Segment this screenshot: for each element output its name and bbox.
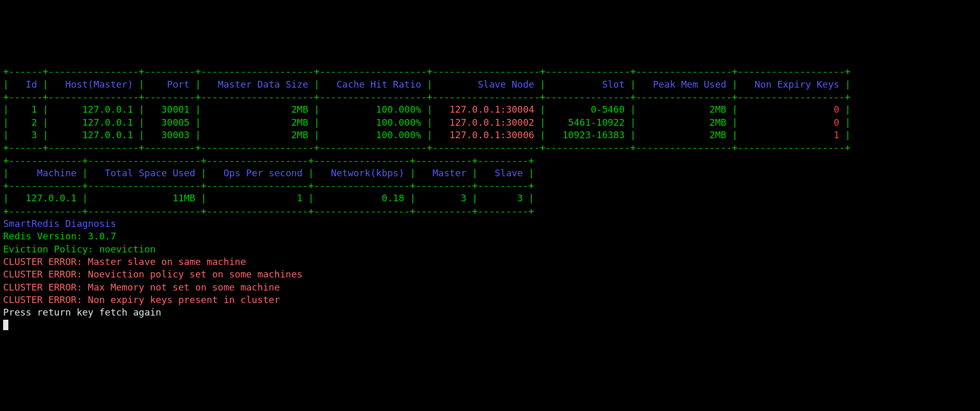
table2-sep-mid: +-------------+--------------------+----…: [3, 180, 534, 191]
diagnosis-line: CLUSTER ERROR: Noeviction policy set on …: [3, 269, 302, 280]
table2-sep-bottom: +-------------+--------------------+----…: [3, 206, 534, 216]
table1-header-col-8: Non Expiry Keys: [743, 79, 839, 90]
table2-ops-per-second: 1: [212, 192, 302, 203]
table1-id: 1: [15, 104, 37, 115]
table1-sep-top: +------+----------------+---------+-----…: [3, 65, 977, 78]
table2-header: | Machine | Total Space Used | Ops Per s…: [3, 167, 977, 179]
diagnosis-line: CLUSTER ERROR: Noeviction policy set on …: [3, 268, 977, 281]
table1-sep-mid: +------+----------------+---------+-----…: [3, 91, 851, 102]
table2-header-col-2: Ops Per second: [212, 167, 302, 178]
input-line[interactable]: [3, 319, 977, 331]
table1-header-col-3: Master Data Size: [206, 79, 308, 90]
table1-slot: 10923-16383: [551, 129, 624, 140]
table1-id: 2: [15, 117, 37, 128]
table1-header-col-5: Slave Node: [438, 79, 534, 90]
table1-master-data-size: 2MB: [206, 129, 308, 140]
diagnosis-line: Eviction Policy: noeviction: [3, 243, 977, 256]
table2-machine: 127.0.0.1: [15, 192, 77, 203]
table2-header-col-0: Machine: [15, 167, 77, 178]
table1-peak-mem-used: 2MB: [642, 117, 727, 128]
table1-cache-hit-ratio: 100.000%: [325, 104, 421, 115]
table1-sep-bottom: +------+----------------+---------+-----…: [3, 141, 977, 154]
table1-host-master: 127.0.0.1: [54, 129, 133, 140]
table1-port: 30003: [150, 129, 190, 140]
table2-master-count: 3: [421, 192, 467, 203]
table1-sep-top: +------+----------------+---------+-----…: [3, 66, 851, 77]
table1-host-master: 127.0.0.1: [54, 104, 133, 115]
table2-header-col-4: Master: [421, 167, 467, 178]
table1-slot: 5461-10922: [551, 117, 624, 128]
table1-sep-bottom: +------+----------------+---------+-----…: [3, 142, 851, 153]
table1-non-expiry-keys: 0: [743, 104, 839, 115]
table1-sep-mid: +------+----------------+---------+-----…: [3, 91, 977, 103]
table1-non-expiry-keys: 1: [743, 129, 839, 140]
table2-slave-count: 3: [483, 192, 523, 203]
diagnosis-line: CLUSTER ERROR: Max Memory not set on som…: [3, 281, 977, 294]
table1-header-col-7: Peak Mem Used: [642, 79, 727, 90]
diagnosis-title: SmartRedis Diagnosis: [3, 218, 116, 229]
diagnosis-line: CLUSTER ERROR: Master slave on same mach…: [3, 256, 977, 268]
diagnosis-line: CLUSTER ERROR: Max Memory not set on som…: [3, 282, 280, 293]
diagnosis-line: CLUSTER ERROR: Non expiry keys present i…: [3, 294, 977, 306]
table2-network-kbps: 0.18: [320, 192, 405, 203]
table1-cache-hit-ratio: 100.000%: [325, 117, 421, 128]
prompt-text: Press return key fetch again: [3, 307, 161, 318]
table2-sep-top: +-------------+--------------------+----…: [3, 155, 534, 166]
table1-header-col-1: Host(Master): [54, 79, 133, 90]
table2-header-col-5: Slave: [483, 167, 523, 178]
table1-header-col-4: Cache Hit Ratio: [325, 79, 421, 90]
diagnosis-line: Eviction Policy: noeviction: [3, 244, 156, 255]
table1-slave-node: 127.0.0.1:30002: [438, 117, 534, 128]
table2-header-col-3: Network(kbps): [320, 167, 405, 178]
table1-row: | 2 | 127.0.0.1 | 30005 | 2MB | 100.000%…: [3, 116, 977, 129]
table1-master-data-size: 2MB: [206, 104, 308, 115]
table2-sep-mid: +-------------+--------------------+----…: [3, 179, 977, 192]
table2-header-col-1: Total Space Used: [93, 167, 195, 178]
table1-peak-mem-used: 2MB: [642, 129, 727, 140]
diagnosis-line: Redis Version: 3.0.7: [3, 230, 977, 243]
table1-header-col-6: Slot: [551, 79, 624, 90]
table1-id: 3: [15, 129, 37, 140]
table2-total-space-used: 11MB: [93, 192, 195, 203]
table1-row: | 3 | 127.0.0.1 | 30003 | 2MB | 100.000%…: [3, 129, 977, 141]
table2-sep-bottom: +-------------+--------------------+----…: [3, 205, 977, 217]
diagnosis-title-line: SmartRedis Diagnosis: [3, 217, 977, 230]
prompt-line: Press return key fetch again: [3, 306, 977, 319]
table2-row: | 127.0.0.1 | 11MB | 1 | 0.18 | 3 | 3 |: [3, 192, 977, 204]
table1-slave-node: 127.0.0.1:30004: [438, 104, 534, 115]
table1-slave-node: 127.0.0.1:30006: [438, 129, 534, 140]
table1-cache-hit-ratio: 100.000%: [325, 129, 421, 140]
table1-port: 30001: [150, 104, 190, 115]
table1-port: 30005: [150, 117, 190, 128]
diagnosis-line: CLUSTER ERROR: Master slave on same mach…: [3, 256, 246, 267]
table2-sep-top: +-------------+--------------------+----…: [3, 154, 977, 167]
table1-header-col-0: Id: [15, 79, 37, 90]
terminal-screen[interactable]: +------+----------------+---------+-----…: [0, 63, 980, 333]
table1-non-expiry-keys: 0: [743, 117, 839, 128]
table1-row: | 1 | 127.0.0.1 | 30001 | 2MB | 100.000%…: [3, 103, 977, 116]
table1-slot: 0-5460: [551, 104, 624, 115]
table1-peak-mem-used: 2MB: [642, 104, 727, 115]
table1-header: | Id | Host(Master) | Port | Master Data…: [3, 78, 977, 91]
table1-header-col-2: Port: [150, 79, 190, 90]
diagnosis-line: Redis Version: 3.0.7: [3, 231, 116, 241]
table1-host-master: 127.0.0.1: [54, 117, 133, 128]
table1-master-data-size: 2MB: [206, 117, 308, 128]
cursor-icon: [3, 320, 8, 330]
diagnosis-line: CLUSTER ERROR: Non expiry keys present i…: [3, 294, 280, 305]
